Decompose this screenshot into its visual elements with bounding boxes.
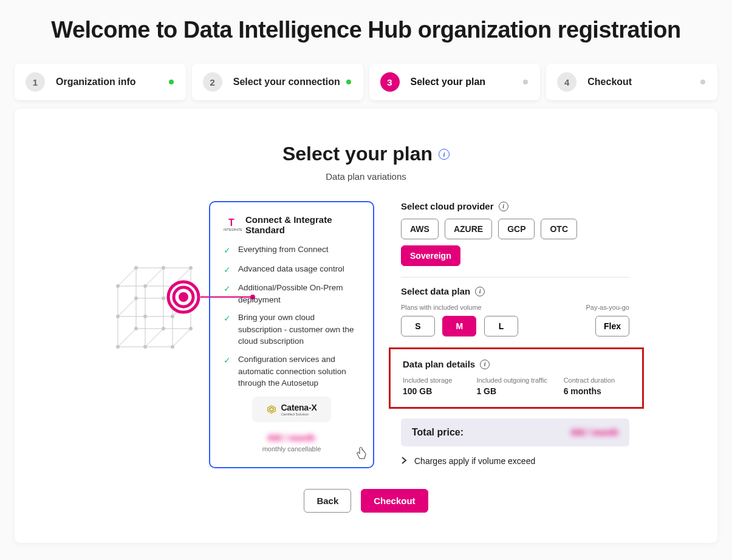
contract-value: 6 months (564, 386, 630, 396)
checkout-button[interactable]: Checkout (361, 489, 428, 513)
svg-point-22 (171, 345, 174, 349)
svg-line-4 (173, 329, 191, 347)
step-number: 1 (26, 72, 45, 92)
badge-name: Catena-X (281, 403, 316, 412)
svg-point-23 (134, 266, 138, 270)
info-icon[interactable]: i (439, 149, 450, 160)
plan-group-payg-label: Pay-as-you-go (586, 304, 629, 311)
traffic-value: 1 GB (476, 386, 556, 396)
feature-list: ✓Everything from Connect ✓Advanced data … (224, 244, 360, 389)
info-icon[interactable]: i (475, 287, 485, 296)
feature-item: ✓Additional/Possible On-Prem deployment (224, 282, 360, 306)
catena-x-icon (266, 404, 277, 415)
cloud-option-sovereign[interactable]: Sovereign (401, 245, 460, 266)
plan-size-l[interactable]: L (484, 316, 518, 336)
feature-item: ✓Bring your own cloud subscription - cus… (224, 312, 360, 347)
main-panel: Select your plan i Data plan variations (15, 109, 717, 543)
step-checkout[interactable]: 4 Checkout (546, 64, 717, 100)
svg-point-18 (143, 315, 147, 318)
cloud-option-gcp[interactable]: GCP (498, 219, 535, 239)
svg-point-26 (134, 296, 138, 300)
charges-note-text: Charges apply if volume exceed (414, 456, 535, 466)
info-icon[interactable]: i (499, 202, 508, 211)
plan-price-hidden: €€€ / month (224, 433, 360, 443)
step-label: Select your connection (233, 77, 340, 87)
step-label: Checkout (587, 77, 632, 87)
cloud-provider-label: Select cloud provider (401, 201, 494, 211)
svg-point-19 (171, 315, 174, 318)
step-organization-info[interactable]: 1 Organization info (15, 64, 186, 100)
step-select-plan[interactable]: 3 Select your plan (369, 64, 541, 100)
feature-item: ✓Advanced data usage control (224, 263, 360, 276)
step-label: Organization info (56, 77, 136, 87)
feature-item: ✓Configuration services and automatic co… (224, 353, 360, 389)
divider (401, 277, 629, 278)
info-icon[interactable]: i (480, 360, 490, 369)
storage-label: Included storage (403, 377, 469, 384)
step-number: 4 (557, 72, 576, 92)
svg-line-10 (145, 268, 163, 286)
step-number: 3 (380, 72, 400, 92)
svg-point-21 (143, 345, 147, 349)
plan-title: Connect & Integrate Standard (245, 214, 360, 235)
step-label: Select your plan (411, 77, 486, 87)
step-status-icon (700, 80, 705, 84)
svg-point-20 (116, 345, 120, 349)
plan-card[interactable]: T INTEGRATE Connect & Integrate Standard… (209, 201, 374, 468)
check-icon: ✓ (224, 313, 231, 347)
chevron-right-icon (401, 456, 407, 466)
contract-label: Contract duration (564, 377, 630, 384)
svg-point-30 (162, 327, 165, 330)
plan-details-highlight: Data plan details i Included storage Inc… (389, 347, 644, 409)
page-title: Welcome to Data Intelligence Hub organiz… (15, 17, 717, 43)
badge-subtitle: Certified Solution (281, 412, 316, 416)
catena-x-badge: Catena-X Certified Solution (252, 397, 331, 422)
cloud-option-azure[interactable]: AZURE (445, 219, 492, 239)
svg-line-2 (118, 268, 136, 286)
plan-details-label: Data plan details (403, 359, 475, 369)
brand-logo-icon: T INTEGRATE (224, 218, 239, 231)
cube-icon (106, 256, 215, 377)
svg-point-15 (143, 284, 147, 288)
back-button[interactable]: Back (304, 489, 351, 513)
check-icon: ✓ (224, 283, 231, 306)
section-heading: Select your plan (282, 143, 433, 165)
step-status-icon (346, 80, 351, 84)
plan-size-flex[interactable]: Flex (595, 316, 629, 336)
plan-group-volume-label: Plans with included volume (401, 304, 523, 311)
svg-point-25 (189, 266, 193, 270)
cloud-option-otc[interactable]: OTC (541, 219, 577, 239)
svg-line-5 (118, 329, 136, 347)
traffic-label: Included outgoing traffic (476, 377, 556, 384)
plan-size-s[interactable]: S (401, 316, 435, 336)
check-icon: ✓ (224, 264, 231, 276)
check-icon: ✓ (224, 355, 231, 389)
svg-point-17 (116, 315, 120, 318)
svg-point-31 (189, 327, 193, 330)
target-icon (166, 280, 200, 314)
decorative-graphic (39, 201, 197, 420)
svg-point-27 (162, 296, 165, 300)
stepper: 1 Organization info 2 Select your connec… (15, 64, 717, 100)
svg-line-12 (118, 298, 136, 316)
total-price-value-hidden: €€€ / month (571, 428, 618, 437)
svg-point-14 (116, 284, 120, 288)
total-price-bar: Total price: €€€ / month (401, 418, 629, 446)
cursor-hand-icon (355, 447, 367, 463)
svg-point-34 (179, 292, 188, 302)
cloud-provider-block: Select cloud provider i AWS AZURE GCP OT… (401, 201, 629, 266)
feature-item: ✓Everything from Connect (224, 244, 360, 257)
charges-note-row[interactable]: Charges apply if volume exceed (401, 456, 629, 466)
cloud-option-aws[interactable]: AWS (401, 219, 439, 239)
check-icon: ✓ (224, 245, 231, 257)
plan-size-m[interactable]: M (442, 316, 476, 336)
step-select-connection[interactable]: 2 Select your connection (192, 64, 363, 100)
step-status-icon (523, 80, 528, 84)
storage-value: 100 GB (403, 386, 469, 396)
step-status-icon (169, 80, 174, 84)
plan-cancel-note: monthly cancellable (224, 445, 360, 452)
svg-point-29 (134, 327, 138, 330)
total-price-label: Total price: (412, 427, 463, 438)
data-plan-block: Select data plan i Plans with included v… (401, 286, 629, 336)
svg-line-11 (145, 329, 163, 347)
